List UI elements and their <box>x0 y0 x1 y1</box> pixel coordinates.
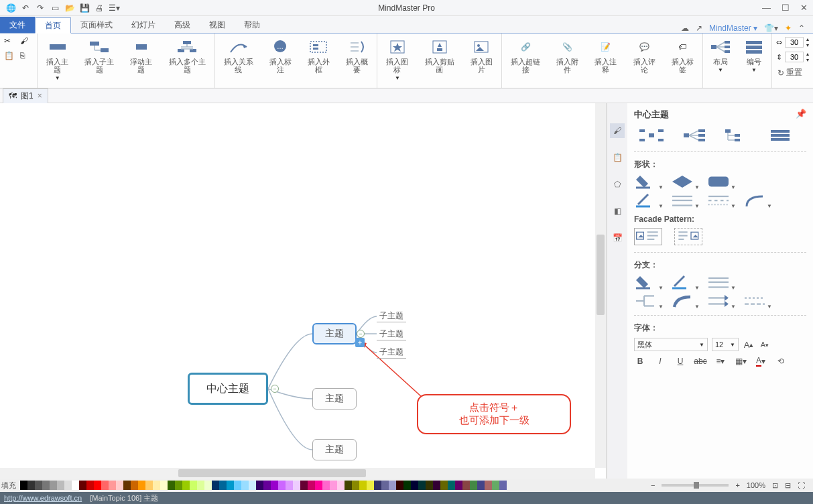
color-swatch[interactable] <box>212 481 219 490</box>
color-swatch[interactable] <box>256 481 263 490</box>
color-swatch[interactable] <box>182 481 190 490</box>
insert-multi-topic-button[interactable]: 插入多个主题 <box>164 36 210 75</box>
panel-tab-style[interactable]: 🖌 <box>610 123 625 138</box>
branch-fill-picker[interactable]: ▼ <box>634 275 658 290</box>
tab-slideshow[interactable]: 幻灯片 <box>122 17 165 33</box>
line-weight-picker[interactable]: ▼ <box>670 193 694 208</box>
globe-icon[interactable]: 🌐 <box>5 3 16 13</box>
facade-left-picker[interactable] <box>634 228 662 245</box>
color-swatch[interactable] <box>345 481 352 490</box>
clear-format-button[interactable]: ⟲ <box>775 355 787 367</box>
topic-node-2[interactable]: 主题 <box>312 388 357 410</box>
color-swatch[interactable] <box>241 481 249 490</box>
color-swatch[interactable] <box>315 481 322 490</box>
cloud-icon[interactable]: ☁ <box>681 23 689 33</box>
cut-icon[interactable]: ✂ <box>4 36 16 48</box>
fullscreen-icon[interactable]: ⛶ <box>798 481 805 489</box>
layout-opt-list[interactable] <box>763 126 798 145</box>
subtopic-node-1[interactable]: 子主题 <box>377 310 406 322</box>
color-swatch[interactable] <box>204 481 212 490</box>
color-swatch[interactable] <box>418 481 426 490</box>
options-icon[interactable]: ☰▾ <box>109 3 119 13</box>
color-swatch[interactable] <box>426 481 433 490</box>
font-size-select[interactable]: 12▼ <box>712 338 739 351</box>
panel-tab-outline[interactable]: 📋 <box>610 150 625 165</box>
footer-url[interactable]: http://www.edrawsoft.cn <box>4 494 82 502</box>
central-topic-node[interactable]: 中心主题 <box>188 373 268 405</box>
color-swatch[interactable] <box>50 481 57 490</box>
color-swatch[interactable] <box>403 481 411 490</box>
color-swatch[interactable] <box>57 481 64 490</box>
undo-icon[interactable]: ↶ <box>20 3 31 13</box>
color-swatch[interactable] <box>101 481 109 490</box>
tab-home[interactable]: 首页 <box>35 17 71 34</box>
tab-view[interactable]: 视图 <box>200 17 235 33</box>
panel-tab-task[interactable]: 📅 <box>610 231 625 245</box>
zoom-out-button[interactable]: − <box>651 481 655 489</box>
save-icon[interactable]: 💾 <box>79 3 90 13</box>
zoom-slider[interactable] <box>662 484 729 487</box>
color-swatch[interactable] <box>263 481 271 490</box>
color-swatch[interactable] <box>94 481 101 490</box>
color-swatch[interactable] <box>175 481 182 490</box>
paste-icon[interactable]: 📋 <box>4 51 16 63</box>
color-swatch[interactable] <box>492 481 499 490</box>
format-painter-icon[interactable]: 🖌 <box>20 36 32 48</box>
color-swatch[interactable] <box>337 481 345 490</box>
color-swatch[interactable] <box>227 481 234 490</box>
insert-callout-button[interactable]: …插入标注 <box>265 36 296 75</box>
fit-width-icon[interactable]: ⊟ <box>785 481 791 490</box>
color-swatch[interactable] <box>123 481 131 490</box>
color-swatch[interactable] <box>440 481 448 490</box>
color-swatch[interactable] <box>72 481 79 490</box>
color-swatch[interactable] <box>271 481 278 490</box>
layout-button[interactable]: 布局▼ <box>707 36 734 74</box>
collapse-handle[interactable]: − <box>357 330 365 338</box>
color-swatch[interactable] <box>374 481 381 490</box>
topic-node-1[interactable]: 主题 <box>312 323 357 344</box>
color-swatch[interactable] <box>300 481 308 490</box>
color-swatch[interactable] <box>293 481 300 490</box>
document-tab[interactable]: 🗺 图1 × <box>3 88 48 103</box>
bold-button[interactable]: B <box>634 355 646 367</box>
print-icon[interactable]: 🖨 <box>94 3 105 13</box>
color-swatch[interactable] <box>499 481 507 490</box>
canvas[interactable]: 中心主题 − 主题 − + 主题 主题 子主题 子主题 子主题 点击符号＋ 也可… <box>0 103 607 479</box>
italic-button[interactable]: I <box>654 355 666 367</box>
color-swatch[interactable] <box>160 481 168 490</box>
insert-subtopic-button[interactable]: 插入子主题 <box>80 36 119 75</box>
insert-hyperlink-button[interactable]: 🔗插入超链接 <box>506 36 545 75</box>
vertical-scrollbar[interactable] <box>595 103 606 468</box>
color-swatch[interactable] <box>197 481 204 490</box>
copy-icon[interactable]: ⎘ <box>20 51 32 63</box>
floating-topic-button[interactable]: 浮动主题 <box>125 36 157 75</box>
share-icon[interactable]: ↗ <box>696 23 702 33</box>
rounded-rect-picker[interactable]: ▼ <box>706 174 731 189</box>
layout-opt-tree[interactable] <box>720 126 755 145</box>
maximize-button[interactable]: ☐ <box>781 3 790 13</box>
color-swatch[interactable] <box>190 481 197 490</box>
shirt-icon[interactable]: 👕▾ <box>764 23 778 33</box>
insert-attachment-button[interactable]: 📎插入附件 <box>552 36 583 75</box>
collapse-handle[interactable]: − <box>271 385 279 393</box>
underline-button[interactable]: U <box>674 355 686 367</box>
insert-topic-button[interactable]: 插入主题▼ <box>42 36 73 82</box>
color-swatch[interactable] <box>322 481 330 490</box>
color-swatch[interactable] <box>352 481 359 490</box>
color-swatch[interactable] <box>389 481 396 490</box>
close-button[interactable]: ✕ <box>800 3 808 13</box>
color-swatch[interactable] <box>433 481 440 490</box>
color-swatch[interactable] <box>455 481 462 490</box>
line-dash-picker[interactable]: ▼ <box>706 193 731 208</box>
color-swatch[interactable] <box>35 481 42 490</box>
corner-picker[interactable]: ▼ <box>743 193 767 208</box>
color-swatch[interactable] <box>367 481 374 490</box>
color-swatch[interactable] <box>308 481 315 490</box>
color-swatch[interactable] <box>79 481 86 490</box>
align-button[interactable]: ≡▾ <box>714 355 727 367</box>
strike-button[interactable]: abc <box>694 355 706 367</box>
open-icon[interactable]: 📂 <box>64 3 75 13</box>
branch-line-color-picker[interactable]: ▼ <box>670 275 694 290</box>
font-color-button[interactable]: A▾ <box>755 355 767 367</box>
pin-icon[interactable]: 📌 <box>796 109 806 121</box>
